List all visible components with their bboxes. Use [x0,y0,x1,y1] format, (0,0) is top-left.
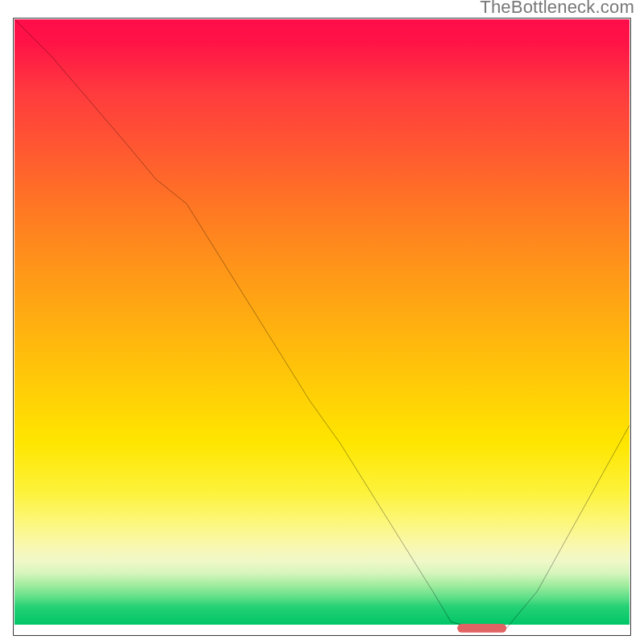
plot-frame [14,19,630,625]
plot-svg [14,19,630,634]
watermark-label: TheBottleneck.com [480,0,634,18]
bottleneck-curve [14,19,630,628]
optimal-marker [457,624,506,633]
chart-container: TheBottleneck.com [0,0,644,644]
